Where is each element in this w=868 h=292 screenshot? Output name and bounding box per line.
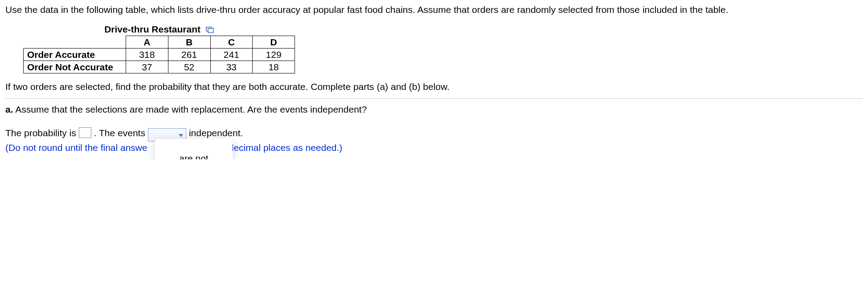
row-label: Order Accurate [24,49,126,61]
data-table: A B C D Order Accurate 318 261 241 129 O… [23,36,295,73]
hint-left: (Do not round until the final answe [5,142,147,153]
part-a-text: Assume that the selections are made with… [15,104,367,114]
part-a: a. Assume that the selections are made w… [5,104,863,115]
cell: 18 [253,61,295,73]
answer-prefix: The probability is [5,128,76,138]
table-title: Drive-thru Restaurant [23,24,295,35]
data-table-section: Drive-thru Restaurant A B C D Order Accu… [23,24,863,73]
cell: 37 [126,61,168,73]
table-row: Order Not Accurate 37 52 33 18 [24,61,295,73]
answer-after-box: . The events [94,128,145,138]
part-a-label: a. [5,104,13,114]
popout-icon[interactable] [206,27,214,33]
cell: 129 [253,49,295,61]
probability-input[interactable] [79,127,91,138]
answer-suffix: independent. [189,128,243,138]
svg-marker-2 [179,134,183,137]
separator [5,98,863,99]
answer-line: The probability is . The events independ… [5,126,863,140]
intro-text: Use the data in the following table, whi… [5,4,863,16]
col-header: B [168,36,210,49]
table-blank-corner [24,36,126,49]
table-header-row: A B C D [24,36,295,49]
dropdown-panel: are not are [155,139,233,159]
answer-block: The probability is . The events independ… [5,126,863,153]
dropdown-option-are-not[interactable]: are not [155,147,233,159]
question-text: If two orders are selected, find the pro… [5,81,863,92]
table-title-text: Drive-thru Restaurant [104,24,201,34]
cell: 261 [168,49,210,61]
svg-rect-1 [208,28,213,32]
hint-line: (Do not round until the final answe deci… [5,142,863,153]
cell: 33 [210,61,253,73]
col-header: C [210,36,253,49]
row-label: Order Not Accurate [24,61,126,73]
hint-right: decimal places as needed.) [229,142,343,153]
col-header: D [253,36,295,49]
cell: 318 [126,49,168,61]
cell: 241 [210,49,253,61]
col-header: A [126,36,168,49]
cell: 52 [168,61,210,73]
table-row: Order Accurate 318 261 241 129 [24,49,295,61]
